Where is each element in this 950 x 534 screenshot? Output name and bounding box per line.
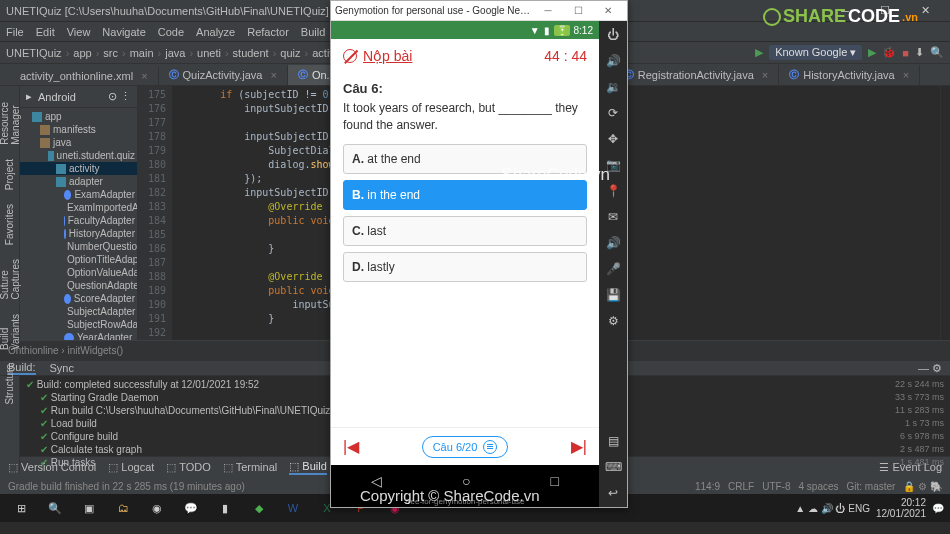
prev-question-button[interactable]: |◀ [343,437,359,456]
clock-time[interactable]: 20:12 [876,497,926,508]
disk-icon[interactable]: 💾 [605,287,621,303]
play-icon[interactable]: ▶ [755,46,763,59]
tool-stripe-favorites[interactable]: Favorites [2,200,17,249]
emu-maximize-button[interactable]: ☐ [563,5,593,16]
question-counter-button[interactable]: Câu 6/20 [422,436,509,458]
rotate-icon[interactable]: ⟳ [605,105,621,121]
chrome-icon[interactable]: ◉ [142,496,172,520]
answer-option[interactable]: C. last [343,216,587,246]
crumb[interactable]: quiz [280,47,300,59]
phone-screen[interactable]: ▼ ▮ 🔋 8:12 Nộp bài 44 : 44 Câu 6: It too… [331,21,599,507]
ruler-icon[interactable]: ▤ [605,433,621,449]
kbd-icon[interactable]: ⌨ [605,459,621,475]
tool-stripe-resource-manager[interactable]: Resource Manager [0,98,23,149]
run-config-dropdown[interactable]: Known Google ▾ [769,45,862,60]
volume-down-icon[interactable]: 🔉 [605,79,621,95]
debug-icon[interactable]: ▶ [868,46,876,59]
volume-up-icon[interactable]: 🔊 [605,53,621,69]
menu-file[interactable]: File [6,26,24,38]
tree-node[interactable]: SubjectRowAdapter [20,318,137,331]
tree-node[interactable]: FacultyAdapter [20,214,137,227]
word-icon[interactable]: W [278,496,308,520]
editor-tab[interactable]: Ⓒ HistoryActivity.java× [779,65,920,85]
tree-node[interactable]: OptionTitleAdapter [20,253,137,266]
mic-icon[interactable]: 🎤 [605,261,621,277]
tree-node[interactable]: SubjectAdapter [20,305,137,318]
search-icon[interactable]: 🔍 [40,496,70,520]
menu-view[interactable]: View [67,26,91,38]
stop-icon[interactable]: ■ [902,47,909,59]
editor-tab[interactable]: Ⓒ RegistrationActivity.java× [614,65,779,85]
menu-code[interactable]: Code [158,26,184,38]
project-tree[interactable]: appmanifestsjavauneti.student.quizactivi… [20,108,137,340]
tree-node[interactable]: app [20,110,137,123]
answer-option[interactable]: B. in the end [343,180,587,210]
search-icon[interactable]: 🔍 [930,46,944,59]
tool-stripe-structure[interactable]: Structure [2,360,17,409]
start-button[interactable]: ⊞ [6,496,36,520]
answer-option[interactable]: A. at the end [343,144,587,174]
crumb[interactable]: UNETIQuiz [6,47,62,59]
tree-node[interactable]: adapter [20,175,137,188]
camera-icon[interactable]: 📷 [605,157,621,173]
tree-node[interactable]: activity [20,162,137,175]
move-icon[interactable]: ✥ [605,131,621,147]
tool-stripe-suture-captures[interactable]: Suture Captures [0,255,23,304]
editor-tab[interactable]: Ⓒ QuizActivity.java× [159,65,288,85]
recents-button[interactable]: □ [551,473,559,489]
crumb[interactable]: java [165,47,185,59]
tree-node[interactable]: HistoryAdapter [20,227,137,240]
bottom-tab-todo[interactable]: ⬚ TODO [166,461,210,474]
tree-node[interactable]: YearAdapter [20,331,137,340]
project-header[interactable]: ▸Android ⊙ ⋮ [20,86,137,108]
build-tab-sync[interactable]: Sync [50,362,74,374]
menu-navigate[interactable]: Navigate [102,26,145,38]
bottom-tab-version-control[interactable]: ⬚ Version Control [8,461,96,474]
android-studio-icon[interactable]: ◆ [244,496,274,520]
crumb[interactable]: student [233,47,269,59]
back-icon[interactable]: ↩ [605,485,621,501]
next-question-button[interactable]: ▶| [571,437,587,456]
spk-icon[interactable]: 🔊 [605,235,621,251]
menu-analyze[interactable]: Analyze [196,26,235,38]
terminal-icon[interactable]: ▮ [210,496,240,520]
tree-node[interactable]: ExamImportedAdapter [20,201,137,214]
tree-node[interactable]: uneti.student.quiz [20,149,137,162]
crumb[interactable]: app [73,47,91,59]
crumb[interactable]: src [103,47,118,59]
menu-build[interactable]: Build [301,26,325,38]
emulator-window[interactable]: Genymotion for personal use - Google Nex… [330,0,628,508]
clock-date[interactable]: 12/01/2021 [876,508,926,519]
menu-edit[interactable]: Edit [36,26,55,38]
tree-node[interactable]: OptionValueAdapter [20,266,137,279]
power-icon[interactable]: ⏻ [605,27,621,43]
tool-stripe-project[interactable]: Project [2,155,17,194]
bottom-tab-logcat[interactable]: ⬚ Logcat [108,461,154,474]
msg-icon[interactable]: ✉ [605,209,621,225]
tool-stripe-build-variants[interactable]: Build Variants [0,310,23,354]
gps-icon[interactable]: 📍 [605,183,621,199]
tree-node[interactable]: manifests [20,123,137,136]
tree-node[interactable]: ScoreAdapter [20,292,137,305]
bottom-tab-build[interactable]: ⬚ Build [289,460,327,475]
menu-refactor[interactable]: Refactor [247,26,289,38]
git-icon[interactable]: ⬇ [915,46,924,59]
tree-node[interactable]: java [20,136,137,149]
tree-node[interactable]: QuestionAdapter [20,279,137,292]
task-view-icon[interactable]: ▣ [74,496,104,520]
notifications-icon[interactable]: 💬 [932,503,944,514]
crumb[interactable]: uneti [197,47,221,59]
settings-icon[interactable]: ⚙ [605,313,621,329]
answer-option[interactable]: D. lastly [343,252,587,282]
emu-minimize-button[interactable]: ─ [533,5,563,16]
event-log[interactable]: ☰ Event Log [879,461,942,474]
explorer-icon[interactable]: 🗂 [108,496,138,520]
messenger-icon[interactable]: 💬 [176,496,206,520]
bottom-tab-terminal[interactable]: ⬚ Terminal [223,461,277,474]
emu-close-button[interactable]: ✕ [593,5,623,16]
editor-tab[interactable]: activity_onthionline.xml× [2,67,159,85]
tree-node[interactable]: ExamAdapter [20,188,137,201]
bug-icon[interactable]: 🐞 [882,46,896,59]
submit-button[interactable]: Nộp bài [343,48,412,64]
tree-node[interactable]: NumberQuestionAdapter [20,240,137,253]
